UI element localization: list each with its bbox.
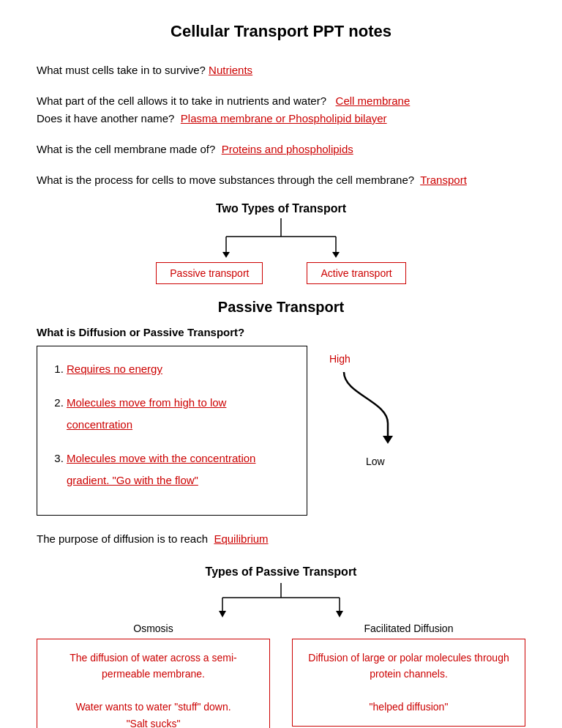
facilitated-box: Diffusion of large or polar molecules th…: [292, 639, 525, 727]
facilitated-label: Facilitated Diffusion: [364, 623, 454, 634]
question-2b-answer: Plasma membrane or Phospholipid bilayer: [181, 112, 387, 125]
passive-transport-title: Passive Transport: [37, 299, 525, 316]
question-4-answer: Transport: [420, 174, 467, 186]
diffusion-layout: Requires no energy Molecules move from h…: [37, 346, 525, 516]
osmosis-col: Osmosis The diffusion of water across a …: [37, 623, 270, 728]
page-title: Cellular Transport PPT notes: [37, 22, 525, 41]
passive-types-branch: [164, 583, 398, 620]
transport-branch-boxes: Passive transport Active transport: [156, 262, 405, 284]
equilibrium-block: The purpose of diffusion is to reach Equ…: [37, 530, 525, 548]
diffusion-subtitle: What is Diffusion or Passive Transport?: [37, 326, 525, 338]
passive-transport-box: Passive transport: [156, 262, 263, 284]
equilibrium-answer: Equilibrium: [214, 532, 268, 545]
question-4-text: What is the process for cells to move su…: [37, 174, 414, 186]
question-2-text: What part of the cell allows it to take …: [37, 94, 326, 107]
question-2: What part of the cell allows it to take …: [37, 92, 525, 127]
concentration-curve: [322, 365, 417, 453]
osmosis-box: The diffusion of water across a semi-per…: [37, 639, 270, 728]
osmosis-text: The diffusion of water across a semi-per…: [70, 652, 237, 728]
diffusion-item-1: Requires no energy: [67, 358, 292, 380]
passive-types-title: Types of Passive Transport: [37, 565, 525, 579]
diffusion-item-3: Molecules move with the concentration gr…: [67, 447, 292, 491]
transport-diagram-title: Two Types of Transport: [216, 202, 346, 215]
question-4: What is the process for cells to move su…: [37, 171, 525, 189]
question-1: What must cells take in to survive? Nutr…: [37, 62, 525, 79]
passive-boxes-row: Osmosis The diffusion of water across a …: [37, 623, 525, 728]
svg-marker-10: [219, 611, 226, 617]
question-3-text: What is the cell membrane made of?: [37, 143, 215, 155]
concentration-diagram: High Low: [322, 346, 525, 516]
question-1-text: What must cells take in to survive?: [37, 64, 206, 76]
diffusion-list: Requires no energy Molecules move from h…: [37, 346, 307, 516]
low-label: Low: [366, 456, 385, 467]
question-3-answer: Proteins and phospholipids: [222, 143, 353, 155]
question-3: What is the cell membrane made of? Prote…: [37, 141, 525, 158]
svg-marker-5: [332, 252, 340, 258]
svg-marker-12: [336, 611, 343, 617]
svg-marker-3: [222, 252, 230, 258]
high-label: High: [329, 353, 351, 365]
equilibrium-text: The purpose of diffusion is to reach: [37, 532, 208, 545]
question-1-answer: Nutrients: [209, 64, 252, 76]
svg-marker-6: [383, 436, 393, 444]
passive-types-diagram: [37, 583, 525, 620]
diffusion-item-2: Molecules move from high to low concentr…: [67, 392, 292, 436]
transport-diagram: Two Types of Transport Passive transport…: [37, 202, 525, 284]
question-2-answer: Cell membrane: [336, 94, 411, 107]
facilitated-text: Diffusion of large or polar molecules th…: [308, 652, 509, 713]
active-transport-box: Active transport: [307, 262, 405, 284]
osmosis-label: Osmosis: [133, 623, 173, 634]
transport-branch-lines: [171, 218, 391, 262]
facilitated-col: Facilitated Diffusion Diffusion of large…: [292, 623, 525, 728]
question-2b-text: Does it have another name?: [37, 112, 174, 125]
